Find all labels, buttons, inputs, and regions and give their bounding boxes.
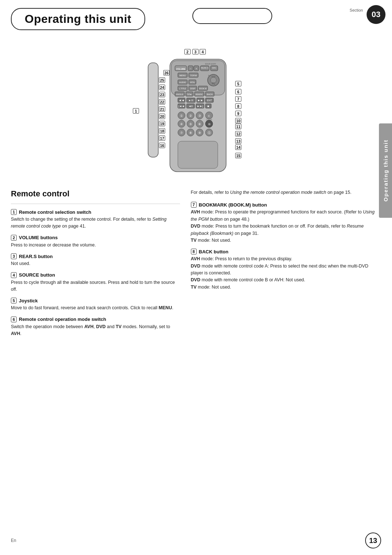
item-6: 6 Remote control operation mode switch S… (11, 317, 180, 338)
item-5-heading: 5 Joystick (11, 298, 180, 303)
diag-num-5: 5 (235, 81, 241, 86)
item-2-number: 2 (11, 235, 17, 241)
section-label: Section (350, 8, 363, 12)
svg-text:SRC: SRC (212, 67, 217, 69)
diag-num-2: 2 (184, 49, 191, 54)
svg-text:C: C (208, 114, 210, 118)
svg-rect-83 (178, 141, 218, 168)
diag-num-15: 15 (235, 153, 241, 158)
svg-text:AVH: AVH (212, 82, 215, 84)
diag-num-11: 11 (235, 124, 241, 129)
diag-num-8: 8 (235, 103, 241, 109)
diag-num-24: 24 (159, 85, 165, 90)
svg-text:−: − (190, 67, 192, 70)
diag-num-16: 16 (159, 143, 165, 148)
diag-num-13: 13 (235, 138, 241, 144)
item-4-body: Press to cycle through all the available… (11, 279, 180, 293)
item-6-title: Remote control operation mode switch (19, 317, 106, 322)
svg-text:ENT: ENT (207, 99, 212, 102)
remote-illustration: VOLUME − + REAR.S SRC SOUR E/OFF MENU TO… (105, 41, 287, 186)
svg-text:VOLUME: VOLUME (176, 68, 185, 70)
diag-num-19: 19 (159, 121, 165, 126)
svg-text:►/II: ►/II (189, 99, 193, 102)
svg-text:DISP: DISP (190, 87, 195, 90)
item-1-title: Remote control selection switch (19, 209, 91, 215)
item-4-title: SOURCE button (19, 272, 55, 278)
item-8-title: BACK button (199, 249, 229, 254)
item-6-body: Switch the operation mode between AVH, D… (11, 323, 180, 338)
page-header: Operating this unit Section 03 (0, 0, 392, 30)
item-2: 2 VOLUME buttons Press to increase or de… (11, 235, 180, 249)
diag-num-17: 17 (159, 135, 165, 141)
footer-page-number: 13 (365, 532, 381, 548)
svg-text:+: + (196, 67, 197, 70)
diag-num-20: 20 (159, 114, 165, 119)
svg-text:ANGLE: ANGLE (176, 93, 183, 95)
svg-text:BD/ESC: BD/ESC (196, 93, 203, 95)
svg-text:⑦: ⑦ (180, 131, 183, 135)
svg-text:L.TITLE: L.TITLE (179, 87, 186, 90)
svg-text:⑨: ⑨ (198, 131, 201, 135)
title-box: Operating this unit (11, 8, 145, 30)
item-5-title: Joystick (19, 298, 38, 303)
svg-text:◄II: ◄II (188, 105, 193, 108)
left-column: Remote control 1 Remote control selectio… (11, 189, 189, 342)
svg-text:②: ② (189, 114, 192, 118)
diag-num-4: 4 (200, 49, 206, 54)
svg-text:►►: ►► (197, 99, 203, 102)
diag-num-22: 22 (159, 99, 165, 105)
item-6-number: 6 (11, 317, 17, 322)
item-8: 8 BACK button AVH mode: Press to return … (191, 249, 381, 291)
header-line-box (192, 8, 272, 24)
item-3-body: Not used. (11, 260, 180, 267)
item-6-heading: 6 Remote control operation mode switch (11, 317, 180, 322)
svg-text:|◄◄: |◄◄ (179, 105, 185, 108)
item-4: 4 SOURCE button Press to cycle through a… (11, 272, 180, 293)
diag-num-21: 21 (159, 106, 165, 112)
item-2-title: VOLUME buttons (19, 235, 58, 240)
item-2-heading: 2 VOLUME buttons (11, 235, 180, 241)
svg-text:⑩: ⑩ (208, 123, 211, 126)
svg-text:①: ① (180, 114, 183, 118)
item-8-heading: 8 BACK button (191, 249, 381, 254)
content-area: Remote control 1 Remote control selectio… (0, 183, 392, 342)
item-7-heading: 7 BOOKMARK (BOOK.M) button (191, 202, 381, 208)
item-4-number: 4 (11, 272, 17, 278)
item-3-title: REAR.S button (19, 254, 53, 259)
item-7: 7 BOOKMARK (BOOK.M) button AVH mode: Pre… (191, 202, 381, 244)
diag-num-3: 3 (192, 49, 199, 54)
right-column: For details, refer to Using the remote c… (189, 189, 381, 342)
diag-num-9: 9 (235, 111, 241, 116)
svg-text:■: ■ (208, 105, 209, 108)
item-5: 5 Joystick Move to do fast forward, reve… (11, 298, 180, 311)
page-title: Operating this unit (25, 12, 131, 26)
svg-text:◄◄: ◄◄ (179, 99, 184, 102)
diag-num-1: 1 (133, 108, 139, 114)
svg-text:⑤: ⑤ (189, 122, 192, 126)
footer-en-label: En (11, 538, 16, 543)
remote-control-title: Remote control (11, 189, 180, 199)
item-7-title: BOOKMARK (BOOK.M) button (199, 202, 267, 208)
page-footer: En 13 (0, 532, 392, 548)
diag-num-10: 10 (235, 118, 241, 123)
item-3: 3 REAR.S button Not used. (11, 253, 180, 267)
svg-text:TOP.M: TOP.M (190, 74, 197, 77)
diag-num-6: 6 (235, 89, 241, 94)
item-7-body: AVH mode: Press to operate the preprogra… (191, 209, 381, 244)
svg-text:③: ③ (198, 114, 201, 118)
svg-text:MENU: MENU (179, 74, 186, 77)
remote-svg: VOLUME − + REAR.S SRC SOUR E/OFF MENU TO… (105, 41, 287, 186)
diag-num-14: 14 (235, 144, 241, 150)
item-3-heading: 3 REAR.S button (11, 253, 180, 259)
item-3-number: 3 (11, 253, 17, 259)
diag-num-12: 12 (235, 131, 241, 136)
item-1-number: 1 (11, 209, 17, 215)
svg-text:BACK: BACK (207, 93, 213, 95)
svg-text:►►|: ►►| (197, 105, 203, 108)
diag-num-25: 25 (159, 77, 165, 83)
diag-num-26: 26 (163, 70, 170, 76)
right-intro: For details, refer to Using the remote c… (191, 189, 381, 196)
diag-num-7: 7 (235, 96, 241, 102)
item-1: 1 Remote control selection switch Switch… (11, 209, 180, 230)
svg-text:REAR.S: REAR.S (201, 67, 209, 69)
